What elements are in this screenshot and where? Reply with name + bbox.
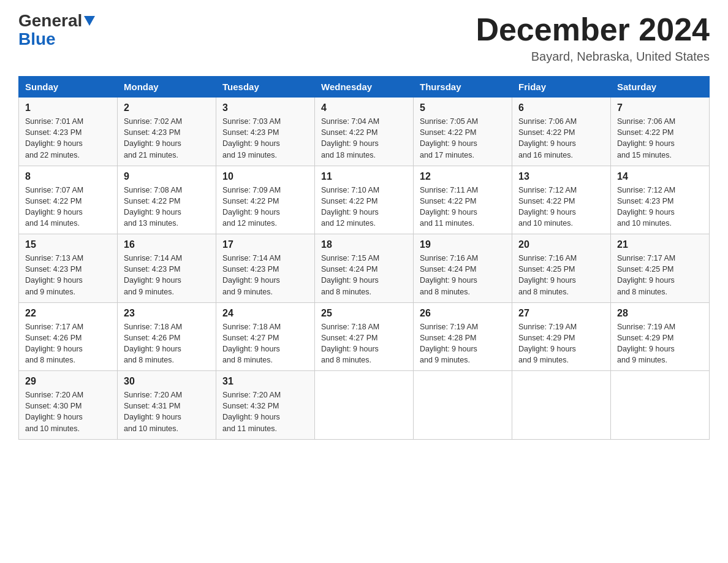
day-info: Sunrise: 7:20 AMSunset: 4:30 PMDaylight:…	[25, 389, 111, 434]
day-info: Sunrise: 7:05 AMSunset: 4:22 PMDaylight:…	[420, 116, 506, 161]
day-number: 2	[124, 102, 210, 113]
day-info: Sunrise: 7:14 AMSunset: 4:23 PMDaylight:…	[222, 253, 308, 297]
day-info: Sunrise: 7:15 AMSunset: 4:24 PMDaylight:…	[321, 253, 407, 297]
page-header: General Blue December 2024 Bayard, Nebra…	[18, 12, 710, 64]
title-section: December 2024 Bayard, Nebraska, United S…	[476, 12, 710, 64]
week-row-5: 29Sunrise: 7:20 AMSunset: 4:30 PMDayligh…	[19, 371, 710, 440]
day-number: 29	[25, 376, 111, 387]
day-header-tuesday: Tuesday	[216, 77, 315, 98]
calendar-cell: 29Sunrise: 7:20 AMSunset: 4:30 PMDayligh…	[19, 371, 118, 440]
calendar-cell: 6Sunrise: 7:06 AMSunset: 4:22 PMDaylight…	[512, 98, 611, 166]
calendar-cell: 13Sunrise: 7:12 AMSunset: 4:22 PMDayligh…	[512, 166, 611, 234]
day-info: Sunrise: 7:09 AMSunset: 4:22 PMDaylight:…	[222, 185, 308, 229]
day-number: 12	[420, 171, 506, 182]
day-number: 27	[518, 308, 604, 319]
logo-general-text: General	[18, 12, 82, 29]
calendar-cell: 31Sunrise: 7:20 AMSunset: 4:32 PMDayligh…	[216, 371, 315, 440]
day-header-monday: Monday	[118, 77, 216, 98]
day-info: Sunrise: 7:07 AMSunset: 4:22 PMDaylight:…	[25, 185, 111, 229]
day-number: 14	[617, 171, 703, 182]
calendar-cell	[512, 371, 611, 440]
day-header-friday: Friday	[512, 77, 611, 98]
day-info: Sunrise: 7:06 AMSunset: 4:22 PMDaylight:…	[617, 116, 703, 161]
calendar-cell: 22Sunrise: 7:17 AMSunset: 4:26 PMDayligh…	[19, 302, 118, 371]
day-header-wednesday: Wednesday	[315, 77, 414, 98]
day-info: Sunrise: 7:10 AMSunset: 4:22 PMDaylight:…	[321, 185, 407, 229]
day-number: 7	[617, 102, 703, 113]
day-info: Sunrise: 7:08 AMSunset: 4:22 PMDaylight:…	[124, 185, 210, 229]
day-number: 5	[420, 102, 506, 113]
day-header-thursday: Thursday	[414, 77, 512, 98]
day-info: Sunrise: 7:06 AMSunset: 4:22 PMDaylight:…	[518, 116, 604, 161]
calendar-cell: 1Sunrise: 7:01 AMSunset: 4:23 PMDaylight…	[19, 98, 118, 166]
svg-marker-0	[84, 16, 95, 26]
day-number: 1	[25, 102, 111, 113]
calendar-cell	[315, 371, 414, 440]
day-number: 9	[124, 171, 210, 182]
calendar-cell: 14Sunrise: 7:12 AMSunset: 4:23 PMDayligh…	[611, 166, 710, 234]
day-number: 25	[321, 308, 407, 319]
day-info: Sunrise: 7:11 AMSunset: 4:22 PMDaylight:…	[420, 185, 506, 229]
day-number: 16	[124, 239, 210, 250]
week-row-2: 8Sunrise: 7:07 AMSunset: 4:22 PMDaylight…	[19, 166, 710, 234]
calendar-cell: 28Sunrise: 7:19 AMSunset: 4:29 PMDayligh…	[611, 302, 710, 371]
calendar-cell: 9Sunrise: 7:08 AMSunset: 4:22 PMDaylight…	[118, 166, 216, 234]
calendar-cell	[611, 371, 710, 440]
calendar-cell: 8Sunrise: 7:07 AMSunset: 4:22 PMDaylight…	[19, 166, 118, 234]
calendar-cell: 26Sunrise: 7:19 AMSunset: 4:28 PMDayligh…	[414, 302, 512, 371]
calendar-cell: 17Sunrise: 7:14 AMSunset: 4:23 PMDayligh…	[216, 234, 315, 303]
calendar-subtitle: Bayard, Nebraska, United States	[476, 50, 710, 64]
week-row-3: 15Sunrise: 7:13 AMSunset: 4:23 PMDayligh…	[19, 234, 710, 303]
day-info: Sunrise: 7:12 AMSunset: 4:22 PMDaylight:…	[518, 185, 604, 229]
calendar-cell: 27Sunrise: 7:19 AMSunset: 4:29 PMDayligh…	[512, 302, 611, 371]
logo-blue-text: Blue	[18, 29, 56, 48]
day-info: Sunrise: 7:16 AMSunset: 4:25 PMDaylight:…	[518, 253, 604, 297]
day-info: Sunrise: 7:19 AMSunset: 4:28 PMDaylight:…	[420, 321, 506, 366]
calendar-cell: 15Sunrise: 7:13 AMSunset: 4:23 PMDayligh…	[19, 234, 118, 303]
day-info: Sunrise: 7:02 AMSunset: 4:23 PMDaylight:…	[124, 116, 210, 161]
calendar-cell: 4Sunrise: 7:04 AMSunset: 4:22 PMDaylight…	[315, 98, 414, 166]
day-info: Sunrise: 7:20 AMSunset: 4:32 PMDaylight:…	[222, 389, 308, 434]
day-number: 24	[222, 308, 308, 319]
day-info: Sunrise: 7:19 AMSunset: 4:29 PMDaylight:…	[617, 321, 703, 366]
calendar-cell: 16Sunrise: 7:14 AMSunset: 4:23 PMDayligh…	[118, 234, 216, 303]
calendar-cell: 24Sunrise: 7:18 AMSunset: 4:27 PMDayligh…	[216, 302, 315, 371]
calendar-cell: 19Sunrise: 7:16 AMSunset: 4:24 PMDayligh…	[414, 234, 512, 303]
calendar-table: SundayMondayTuesdayWednesdayThursdayFrid…	[18, 76, 710, 440]
day-number: 11	[321, 171, 407, 182]
day-info: Sunrise: 7:01 AMSunset: 4:23 PMDaylight:…	[25, 116, 111, 161]
day-number: 31	[222, 376, 308, 387]
day-info: Sunrise: 7:13 AMSunset: 4:23 PMDaylight:…	[25, 253, 111, 297]
week-row-4: 22Sunrise: 7:17 AMSunset: 4:26 PMDayligh…	[19, 302, 710, 371]
day-number: 21	[617, 239, 703, 250]
day-info: Sunrise: 7:18 AMSunset: 4:27 PMDaylight:…	[222, 321, 308, 366]
day-number: 30	[124, 376, 210, 387]
day-number: 20	[518, 239, 604, 250]
day-number: 10	[222, 171, 308, 182]
calendar-cell: 30Sunrise: 7:20 AMSunset: 4:31 PMDayligh…	[118, 371, 216, 440]
day-info: Sunrise: 7:04 AMSunset: 4:22 PMDaylight:…	[321, 116, 407, 161]
day-number: 4	[321, 102, 407, 113]
day-info: Sunrise: 7:17 AMSunset: 4:25 PMDaylight:…	[617, 253, 703, 297]
day-header-sunday: Sunday	[19, 77, 118, 98]
day-info: Sunrise: 7:17 AMSunset: 4:26 PMDaylight:…	[25, 321, 111, 366]
day-info: Sunrise: 7:18 AMSunset: 4:26 PMDaylight:…	[124, 321, 210, 366]
day-info: Sunrise: 7:12 AMSunset: 4:23 PMDaylight:…	[617, 185, 703, 229]
day-info: Sunrise: 7:18 AMSunset: 4:27 PMDaylight:…	[321, 321, 407, 366]
day-number: 18	[321, 239, 407, 250]
day-number: 28	[617, 308, 703, 319]
day-number: 26	[420, 308, 506, 319]
calendar-cell: 23Sunrise: 7:18 AMSunset: 4:26 PMDayligh…	[118, 302, 216, 371]
calendar-cell	[414, 371, 512, 440]
calendar-cell: 12Sunrise: 7:11 AMSunset: 4:22 PMDayligh…	[414, 166, 512, 234]
day-number: 23	[124, 308, 210, 319]
week-row-1: 1Sunrise: 7:01 AMSunset: 4:23 PMDaylight…	[19, 98, 710, 166]
day-header-saturday: Saturday	[611, 77, 710, 98]
calendar-cell: 25Sunrise: 7:18 AMSunset: 4:27 PMDayligh…	[315, 302, 414, 371]
day-number: 13	[518, 171, 604, 182]
day-info: Sunrise: 7:19 AMSunset: 4:29 PMDaylight:…	[518, 321, 604, 366]
day-number: 8	[25, 171, 111, 182]
day-number: 19	[420, 239, 506, 250]
day-number: 22	[25, 308, 111, 319]
day-number: 6	[518, 102, 604, 113]
